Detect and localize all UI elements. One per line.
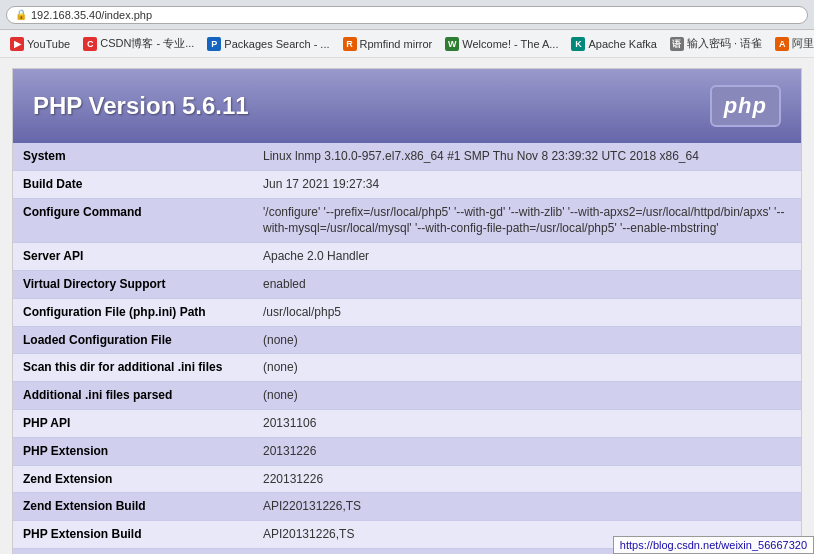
row-label: Configuration File (php.ini) Path	[13, 298, 253, 326]
table-row: Scan this dir for additional .ini files(…	[13, 354, 801, 382]
row-label: PHP API	[13, 409, 253, 437]
lock-icon: 🔒	[15, 9, 27, 20]
bookmark-favicon-welcome: W	[445, 37, 459, 51]
bookmark-label-rpmfind: Rpmfind mirror	[360, 38, 433, 50]
bookmark-favicon-kafka: K	[571, 37, 585, 51]
row-value: (none)	[253, 326, 801, 354]
table-row: SystemLinux lnmp 3.10.0-957.el7.x86_64 #…	[13, 143, 801, 170]
bookmark-label-csdn: CSDN博客 - 专业...	[100, 36, 194, 51]
bookmark-item-rpmfind[interactable]: RRpmfind mirror	[337, 35, 439, 53]
row-value: (none)	[253, 354, 801, 382]
bookmark-favicon-csdn: C	[83, 37, 97, 51]
table-row: Zend Extension BuildAPI220131226,TS	[13, 493, 801, 521]
table-row: Configuration File (php.ini) Path/usr/lo…	[13, 298, 801, 326]
row-value: enabled	[253, 270, 801, 298]
row-label: Scan this dir for additional .ini files	[13, 354, 253, 382]
bookmark-item-packages[interactable]: PPackages Search - ...	[201, 35, 335, 53]
row-value: Linux lnmp 3.10.0-957.el7.x86_64 #1 SMP …	[253, 143, 801, 170]
bookmark-item-csdn[interactable]: CCSDN博客 - 专业...	[77, 34, 200, 53]
row-value: /usr/local/php5	[253, 298, 801, 326]
table-row: Build DateJun 17 2021 19:27:34	[13, 170, 801, 198]
table-row: Additional .ini files parsed(none)	[13, 382, 801, 410]
bookmark-label-welcome: Welcome! - The A...	[462, 38, 558, 50]
row-label: Zend Extension Build	[13, 493, 253, 521]
address-bar[interactable]: 🔒 192.168.35.40/index.php	[6, 6, 808, 24]
address-bar-container: 🔒 192.168.35.40/index.php	[0, 0, 814, 30]
row-label: System	[13, 143, 253, 170]
bookmark-favicon-rpmfind: R	[343, 37, 357, 51]
page-content: PHP Version 5.6.11 php SystemLinux lnmp …	[12, 68, 802, 554]
row-value: '/configure' '--prefix=/usr/local/php5' …	[253, 198, 801, 243]
tooltip-text: https://blog.csdn.net/weixin_56667320	[620, 539, 807, 551]
table-row: PHP Extension20131226	[13, 437, 801, 465]
row-label: Zend Extension	[13, 465, 253, 493]
table-row: Zend Extension220131226	[13, 465, 801, 493]
url-text: 192.168.35.40/index.php	[31, 9, 152, 21]
bookmark-favicon-packages: P	[207, 37, 221, 51]
row-label: Additional .ini files parsed	[13, 382, 253, 410]
php-version-title: PHP Version 5.6.11	[33, 92, 249, 120]
row-value: 20131106	[253, 409, 801, 437]
row-value: (none)	[253, 382, 801, 410]
tooltip-overlay: https://blog.csdn.net/weixin_56667320	[613, 536, 814, 554]
table-row: Server APIApache 2.0 Handler	[13, 243, 801, 271]
bookmark-item-kafka[interactable]: KApache Kafka	[565, 35, 663, 53]
bookmark-label-packages: Packages Search - ...	[224, 38, 329, 50]
row-value: Apache 2.0 Handler	[253, 243, 801, 271]
row-label: Debug Build	[13, 548, 253, 554]
bookmark-item-input-pwd[interactable]: 语输入密码 · 语雀	[664, 34, 768, 53]
table-row: Configure Command'/configure' '--prefix=…	[13, 198, 801, 243]
bookmark-favicon-youtube: ▶	[10, 37, 24, 51]
table-row: PHP API20131106	[13, 409, 801, 437]
row-value: 20131226	[253, 437, 801, 465]
bookmark-favicon-aliyun: A	[775, 37, 789, 51]
table-row: Loaded Configuration File(none)	[13, 326, 801, 354]
bookmark-item-aliyun[interactable]: A阿里云登录 - 欢迎...	[769, 34, 814, 53]
bookmark-favicon-input-pwd: 语	[670, 37, 684, 51]
row-label: Configure Command	[13, 198, 253, 243]
row-label: PHP Extension Build	[13, 521, 253, 549]
row-value: API220131226,TS	[253, 493, 801, 521]
bookmarks-bar: ▶YouTubeCCSDN博客 - 专业...PPackages Search …	[0, 30, 814, 58]
row-label: Loaded Configuration File	[13, 326, 253, 354]
row-value: 220131226	[253, 465, 801, 493]
php-header: PHP Version 5.6.11 php	[13, 69, 801, 143]
bookmark-label-input-pwd: 输入密码 · 语雀	[687, 36, 762, 51]
row-label: Build Date	[13, 170, 253, 198]
bookmark-label-kafka: Apache Kafka	[588, 38, 657, 50]
php-info-table: SystemLinux lnmp 3.10.0-957.el7.x86_64 #…	[13, 143, 801, 554]
bookmark-item-youtube[interactable]: ▶YouTube	[4, 35, 76, 53]
bookmark-label-aliyun: 阿里云登录 - 欢迎...	[792, 36, 814, 51]
php-logo: php	[710, 85, 781, 127]
row-label: Virtual Directory Support	[13, 270, 253, 298]
row-label: Server API	[13, 243, 253, 271]
bookmark-item-welcome[interactable]: WWelcome! - The A...	[439, 35, 564, 53]
bookmark-label-youtube: YouTube	[27, 38, 70, 50]
row-value: Jun 17 2021 19:27:34	[253, 170, 801, 198]
table-row: Virtual Directory Supportenabled	[13, 270, 801, 298]
row-label: PHP Extension	[13, 437, 253, 465]
